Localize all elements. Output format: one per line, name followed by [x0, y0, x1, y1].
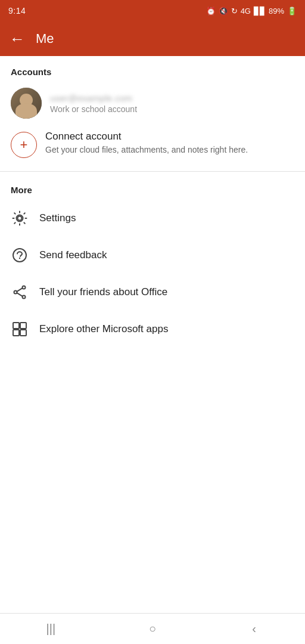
bottom-nav-bar: ||| ○ ‹	[0, 613, 305, 644]
explore-icon	[11, 320, 29, 338]
add-account-icon: +	[11, 132, 37, 158]
status-icons: ⏰ 🔇 ↻ 4G ▊▊ 89% 🔋	[206, 7, 297, 16]
svg-rect-12	[20, 330, 26, 336]
signal-4g-icon: 4G	[241, 7, 251, 16]
page-title: Me	[36, 31, 54, 47]
signal-bars-icon: ▊▊	[254, 7, 266, 16]
alarm-icon: ⏰	[206, 7, 216, 16]
svg-point-3	[19, 258, 20, 259]
connect-account-item[interactable]: + Connect account Get your cloud files, …	[0, 125, 305, 169]
section-divider	[0, 171, 305, 172]
settings-label: Settings	[39, 212, 76, 224]
user-account-item[interactable]: user@example.com Work or school account	[0, 82, 305, 125]
svg-line-8	[17, 293, 22, 296]
share-icon	[11, 283, 29, 301]
home-icon: ○	[149, 622, 156, 636]
accounts-section-label: Accounts	[0, 56, 305, 82]
top-app-bar: ← Me	[0, 21, 305, 56]
svg-line-7	[17, 288, 22, 292]
svg-point-2	[13, 249, 26, 262]
feedback-label: Send feedback	[39, 249, 107, 261]
back-button[interactable]: ←	[10, 31, 25, 47]
sync-icon: ↻	[231, 7, 238, 16]
back-nav-icon: ‹	[252, 622, 256, 636]
status-bar: 9:14 ⏰ 🔇 ↻ 4G ▊▊ 89% 🔋	[0, 0, 305, 21]
recent-apps-icon: |||	[46, 622, 56, 636]
feedback-icon	[11, 246, 29, 264]
home-button[interactable]: ○	[129, 614, 176, 644]
account-email: user@example.com	[50, 93, 137, 103]
more-section-label: More	[0, 174, 305, 200]
settings-icon	[11, 209, 29, 227]
avatar	[11, 88, 42, 119]
connect-account-desc: Get your cloud files, attachments, and n…	[45, 144, 248, 156]
connect-account-text: Connect account Get your cloud files, at…	[45, 131, 248, 156]
svg-rect-10	[20, 323, 26, 329]
main-content: Accounts user@example.com Work or school…	[0, 56, 305, 348]
explore-menu-item[interactable]: Explore other Microsoft apps	[0, 311, 305, 348]
avatar-image	[11, 88, 42, 119]
share-label: Tell your friends about Office	[39, 286, 167, 298]
connect-account-title: Connect account	[45, 131, 248, 143]
battery-icon: 🔋	[287, 7, 297, 16]
recent-apps-button[interactable]: |||	[27, 614, 74, 644]
settings-menu-item[interactable]: Settings	[0, 200, 305, 237]
back-nav-button[interactable]: ‹	[231, 614, 278, 644]
explore-label: Explore other Microsoft apps	[39, 323, 168, 335]
svg-point-0	[18, 216, 22, 221]
battery-level: 89%	[269, 7, 284, 16]
account-type: Work or school account	[50, 104, 137, 114]
feedback-menu-item[interactable]: Send feedback	[0, 237, 305, 274]
account-info: user@example.com Work or school account	[50, 93, 137, 114]
status-time: 9:14	[8, 6, 26, 16]
svg-rect-9	[13, 323, 19, 329]
svg-rect-11	[13, 330, 19, 336]
mute-icon: 🔇	[219, 7, 228, 16]
share-menu-item[interactable]: Tell your friends about Office	[0, 274, 305, 311]
